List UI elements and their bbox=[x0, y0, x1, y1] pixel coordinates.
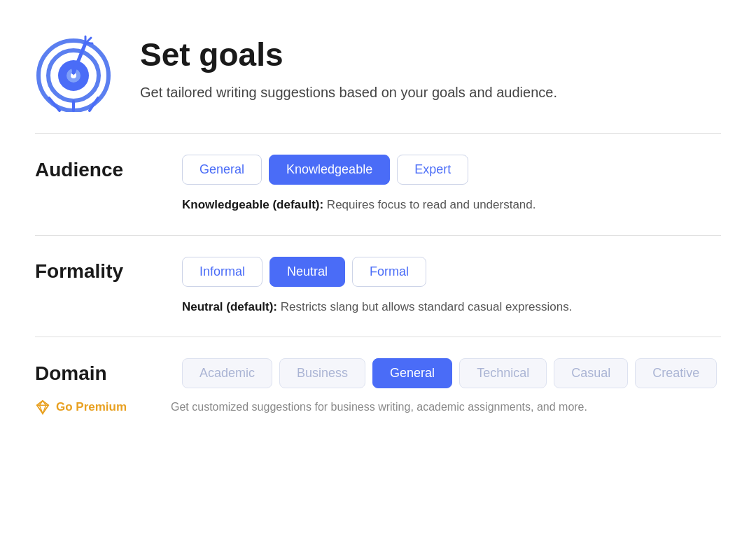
audience-expert-button[interactable]: Expert bbox=[397, 155, 468, 185]
formality-neutral-button[interactable]: Neutral bbox=[270, 257, 345, 287]
domain-top: Domain Academic Business General Technic… bbox=[35, 358, 721, 388]
audience-general-button[interactable]: General bbox=[182, 155, 262, 185]
target-icon bbox=[35, 28, 119, 112]
domain-label: Domain bbox=[35, 362, 161, 385]
formality-desc-bold: Neutral (default): bbox=[182, 300, 277, 313]
audience-desc-bold: Knowledgeable (default): bbox=[182, 198, 323, 211]
formality-label: Formality bbox=[35, 260, 161, 283]
formality-buttons: Informal Neutral Formal bbox=[182, 257, 426, 287]
premium-description: Get customized suggestions for business … bbox=[171, 401, 587, 413]
domain-general-button[interactable]: General bbox=[372, 358, 452, 388]
formality-top: Formality Informal Neutral Formal bbox=[35, 257, 721, 287]
domain-academic-button[interactable]: Academic bbox=[182, 358, 272, 388]
go-premium-link[interactable]: Go Premium bbox=[35, 399, 161, 415]
header-section: Set goals Get tailored writing suggestio… bbox=[35, 28, 721, 134]
domain-technical-button[interactable]: Technical bbox=[459, 358, 547, 388]
formality-section: Formality Informal Neutral Formal Neutra… bbox=[35, 236, 721, 338]
audience-desc-text: Requires focus to read and understand. bbox=[323, 198, 536, 211]
premium-row: Go Premium Get customized suggestions fo… bbox=[35, 399, 721, 415]
page-title: Set goals bbox=[140, 37, 557, 73]
audience-description: Knowledgeable (default): Requires focus … bbox=[35, 196, 721, 214]
formality-description: Neutral (default): Restricts slang but a… bbox=[35, 298, 721, 316]
page-container: Set goals Get tailored writing suggestio… bbox=[0, 0, 756, 457]
header-text: Set goals Get tailored writing suggestio… bbox=[140, 37, 557, 104]
audience-buttons: General Knowledgeable Expert bbox=[182, 155, 468, 185]
audience-top: Audience General Knowledgeable Expert bbox=[35, 155, 721, 185]
domain-section: Domain Academic Business General Technic… bbox=[35, 337, 721, 429]
domain-casual-button[interactable]: Casual bbox=[554, 358, 628, 388]
audience-knowledgeable-button[interactable]: Knowledgeable bbox=[269, 155, 390, 185]
formality-formal-button[interactable]: Formal bbox=[352, 257, 426, 287]
audience-section: Audience General Knowledgeable Expert Kn… bbox=[35, 134, 721, 236]
premium-link-label: Go Premium bbox=[56, 400, 127, 414]
audience-label: Audience bbox=[35, 159, 161, 181]
formality-desc-text: Restricts slang but allows standard casu… bbox=[277, 300, 572, 313]
domain-business-button[interactable]: Business bbox=[279, 358, 365, 388]
formality-informal-button[interactable]: Informal bbox=[182, 257, 262, 287]
domain-creative-button[interactable]: Creative bbox=[635, 358, 717, 388]
page-subtitle: Get tailored writing suggestions based o… bbox=[140, 82, 557, 103]
domain-buttons: Academic Business General Technical Casu… bbox=[182, 358, 717, 388]
diamond-icon bbox=[35, 399, 50, 415]
